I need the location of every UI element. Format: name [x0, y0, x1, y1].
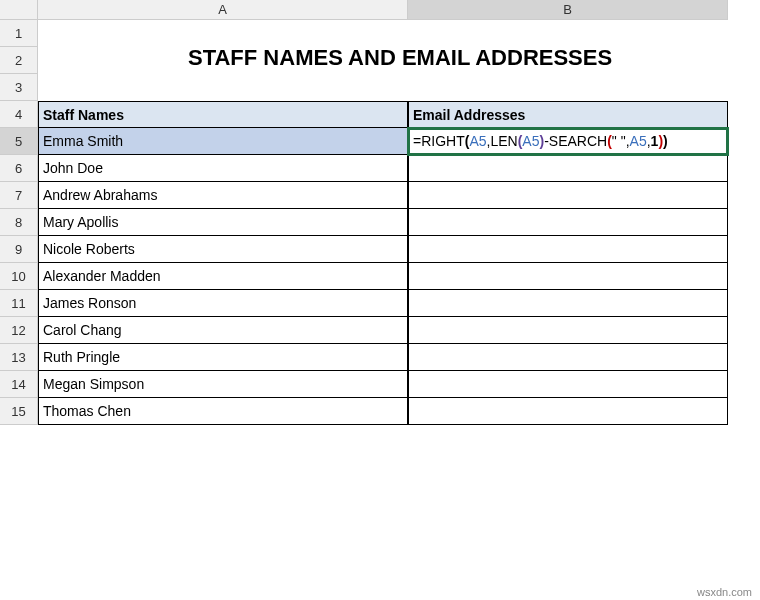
cell-a8[interactable]: Mary Apollis [38, 209, 408, 236]
col-label: A [218, 2, 227, 17]
cell-text: James Ronson [43, 295, 136, 311]
cell-b4[interactable]: Email Addresses [408, 101, 728, 128]
cell-text: Alexander Madden [43, 268, 161, 284]
cell-a14[interactable]: Megan Simpson [38, 371, 408, 398]
row-label: 13 [11, 350, 25, 365]
cell-b2[interactable] [408, 47, 728, 74]
cell-b3[interactable] [408, 74, 728, 101]
cell-a12[interactable]: Carol Chang [38, 317, 408, 344]
col-header-b[interactable]: B [408, 0, 728, 20]
cell-b12[interactable] [408, 317, 728, 344]
row-header-15[interactable]: 15 [0, 398, 38, 425]
row-header-11[interactable]: 11 [0, 290, 38, 317]
cell-text: Email Addresses [413, 107, 525, 123]
cell-text: John Doe [43, 160, 103, 176]
cell-text: Mary Apollis [43, 214, 118, 230]
row-header-9[interactable]: 9 [0, 236, 38, 263]
row-label: 6 [15, 161, 22, 176]
row-label: 3 [15, 80, 22, 95]
cell-a10[interactable]: Alexander Madden [38, 263, 408, 290]
formula-edit: =RIGHT(A5,LEN(A5)-SEARCH(" ",A5,1)) [413, 133, 668, 149]
cell-text: Thomas Chen [43, 403, 131, 419]
cell-a11[interactable]: James Ronson [38, 290, 408, 317]
cell-b6[interactable] [408, 155, 728, 182]
col-label: B [563, 2, 572, 17]
cell-b1[interactable] [408, 20, 728, 47]
row-label: 4 [15, 107, 22, 122]
row-label: 11 [11, 296, 25, 311]
cell-a6[interactable]: John Doe [38, 155, 408, 182]
cell-text: Ruth Pringle [43, 349, 120, 365]
cell-text: Emma Smith [43, 133, 123, 149]
row-header-2[interactable]: 2 [0, 47, 38, 74]
select-all-corner[interactable] [0, 0, 38, 20]
cell-a2[interactable]: STAFF NAMES AND EMAIL ADDRESSES [38, 47, 408, 74]
spreadsheet-grid: A B 1 2 STAFF NAMES AND EMAIL ADDRESSES … [0, 0, 760, 425]
row-header-6[interactable]: 6 [0, 155, 38, 182]
cell-b9[interactable] [408, 236, 728, 263]
cell-a13[interactable]: Ruth Pringle [38, 344, 408, 371]
row-label: 14 [11, 377, 25, 392]
cell-a3[interactable] [38, 74, 408, 101]
row-header-13[interactable]: 13 [0, 344, 38, 371]
row-header-7[interactable]: 7 [0, 182, 38, 209]
cell-a7[interactable]: Andrew Abrahams [38, 182, 408, 209]
cell-a5[interactable]: Emma Smith [38, 128, 408, 155]
row-header-3[interactable]: 3 [0, 74, 38, 101]
row-header-10[interactable]: 10 [0, 263, 38, 290]
row-header-5[interactable]: 5 [0, 128, 38, 155]
row-header-1[interactable]: 1 [0, 20, 38, 47]
row-header-8[interactable]: 8 [0, 209, 38, 236]
row-label: 15 [11, 404, 25, 419]
row-label: 2 [15, 53, 22, 68]
cell-text: Nicole Roberts [43, 241, 135, 257]
cell-a4[interactable]: Staff Names [38, 101, 408, 128]
cell-text: Staff Names [43, 107, 124, 123]
cell-a1[interactable] [38, 20, 408, 47]
cell-text: Megan Simpson [43, 376, 144, 392]
cell-text: Carol Chang [43, 322, 122, 338]
row-header-14[interactable]: 14 [0, 371, 38, 398]
cell-b15[interactable] [408, 398, 728, 425]
cell-b8[interactable] [408, 209, 728, 236]
cell-b14[interactable] [408, 371, 728, 398]
cell-b7[interactable] [408, 182, 728, 209]
cell-b11[interactable] [408, 290, 728, 317]
row-header-12[interactable]: 12 [0, 317, 38, 344]
cell-b13[interactable] [408, 344, 728, 371]
row-label: 1 [15, 26, 22, 41]
row-header-4[interactable]: 4 [0, 101, 38, 128]
row-label: 5 [15, 134, 22, 149]
row-label: 9 [15, 242, 22, 257]
row-label: 12 [11, 323, 25, 338]
row-label: 10 [11, 269, 25, 284]
cell-b5[interactable]: =RIGHT(A5,LEN(A5)-SEARCH(" ",A5,1)) [408, 128, 728, 155]
cell-a9[interactable]: Nicole Roberts [38, 236, 408, 263]
cell-a15[interactable]: Thomas Chen [38, 398, 408, 425]
row-label: 8 [15, 215, 22, 230]
row-label: 7 [15, 188, 22, 203]
cell-b10[interactable] [408, 263, 728, 290]
cell-text: Andrew Abrahams [43, 187, 157, 203]
col-header-a[interactable]: A [38, 0, 408, 20]
